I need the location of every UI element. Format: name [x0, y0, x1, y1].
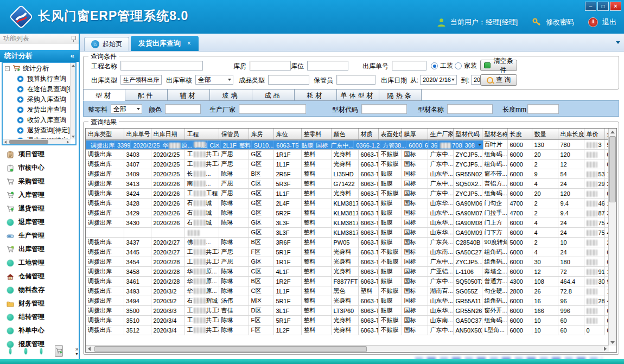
column-header[interactable]: 数量 — [532, 129, 558, 140]
material-tab-1[interactable]: 配件 — [125, 89, 168, 101]
table-row[interactable]: 调拨出库34542020/2/28工共工程严思G区1R1F整料光身料6063-T… — [86, 257, 617, 267]
warehouse-input[interactable] — [250, 61, 291, 71]
cart-group-button[interactable] — [55, 345, 63, 357]
change-password-link[interactable]: 修改密码 — [546, 17, 574, 27]
table-row[interactable]: G区3L3F整料KLM38176063-T5贴膜国标山东华...GA90M09.… — [86, 228, 617, 238]
audit-select[interactable]: 全部 — [195, 75, 233, 85]
manufacturer-input[interactable] — [239, 104, 306, 114]
table-row[interactable]: 调拨出库34302020/2/26石城陈琳G区3L3F整料KLM38176063… — [86, 218, 617, 228]
material-tab-4[interactable]: 成品 — [252, 89, 295, 101]
pin-icon[interactable] — [71, 36, 75, 42]
material-tab-0[interactable]: 型材 — [83, 89, 125, 101]
material-tab-6[interactable]: 单体型材 — [337, 89, 379, 101]
table-horizontal-scrollbar[interactable] — [86, 345, 609, 352]
sidebar-item-machine[interactable]: 生产管理 — [1, 229, 77, 242]
sidebar-item-cart[interactable]: 采购管理 — [1, 175, 77, 188]
tree-item[interactable]: 收货入库查询 — [3, 115, 75, 125]
table-row[interactable]: 调拨出库34242020/2/26工工程严思G区1L1F整料光身料6063-T5… — [86, 189, 617, 199]
hscroll-thumb[interactable] — [94, 346, 367, 352]
table-row[interactable]: 调拨出库34282020/2/26石城陈琳G区2L4F整料KLM38176063… — [86, 199, 617, 208]
table-vertical-scrollbar[interactable] — [608, 129, 616, 346]
group-dot-icon[interactable] — [40, 348, 43, 355]
table-row[interactable]: 调拨出库33992020/2/25华原...严思C区2L1F整料SU10...6… — [86, 140, 483, 150]
table-row[interactable]: 调拨出库34942020/3/2石辉城汤伟M区5R1F整料光身料6063-T5贴… — [86, 296, 617, 306]
tree-item[interactable]: 在途信息查询[待 — [3, 84, 75, 94]
minimize-button[interactable]: – — [585, 2, 596, 11]
table-row[interactable]: 调拨出库34932020/3/2华原...陈琳C区1L1F整料黑色塑料不贴膜国标… — [86, 286, 617, 296]
tab-list-dropdown-icon[interactable] — [616, 41, 620, 44]
collapse-icon[interactable]: « — [71, 50, 74, 62]
sidebar-item-cart-return[interactable]: 退货管理 — [1, 202, 77, 215]
table-row[interactable]: 调拨出库34612020/2/28华原...陈琳B区1R2F整料F8877FT6… — [86, 277, 617, 286]
column-header[interactable]: 膜厚 — [402, 129, 428, 140]
color-input[interactable] — [165, 104, 201, 114]
vscroll-thumb[interactable] — [609, 136, 616, 202]
project-name-input[interactable] — [120, 61, 203, 71]
length-input[interactable] — [527, 104, 559, 114]
table-row[interactable]: 调拨出库34132020/2/26南...严思C区5R3F整料G71422606… — [86, 179, 617, 189]
sidebar-item-circle[interactable]: 工地管理 — [1, 256, 77, 270]
table-row[interactable]: 调拨出库35002020/3/3工共工程曹佳D区3L1F整料LT3P606063… — [86, 306, 617, 316]
column-header[interactable]: 颜色 — [331, 129, 358, 140]
tab-home[interactable]: ⌂ 起始页 — [84, 37, 129, 51]
column-header[interactable]: 型材代码 — [453, 129, 482, 140]
material-tab-3[interactable]: 玻璃 — [210, 89, 252, 101]
table-row[interactable]: 调拨出库34452020/2/27工共工程严思F区5R1F整料光身料6063-T… — [86, 247, 617, 257]
column-header[interactable]: 保管员 — [219, 129, 249, 140]
tree-horizontal-scrollbar[interactable] — [3, 139, 71, 144]
location-input[interactable] — [307, 61, 348, 71]
sidebar-item-folder[interactable]: 财务管理 — [1, 297, 77, 310]
radio-jiazhuang[interactable]: 家装 — [455, 61, 477, 71]
table-row[interactable]: 调拨出库34292020/2/26石城陈琳G区5R2F整料KLM38176063… — [86, 208, 617, 218]
sidebar-section-header[interactable]: 统计分析 « — [0, 50, 79, 62]
profile-name-input[interactable] — [447, 104, 493, 114]
close-button[interactable]: × — [610, 2, 621, 11]
column-header[interactable]: 长度 — [507, 129, 532, 140]
table-row[interactable]: 调拨出库34072020/2/25工共工程严思G区1L1F整料光身料6063-T… — [86, 159, 617, 169]
tree-item[interactable]: 退货查询[待定] — [3, 125, 75, 136]
sidebar-item-circle[interactable]: 结转管理 — [1, 310, 77, 324]
column-header[interactable]: 生产厂家 — [428, 129, 453, 140]
sidebar-item-circle[interactable]: 退库管理 — [1, 215, 77, 229]
column-header[interactable]: 出库单号 — [124, 129, 151, 140]
sidebar-item-cart-in[interactable]: 入库管理 — [1, 188, 77, 202]
column-header[interactable]: 工程 — [184, 129, 219, 140]
out-type-select[interactable]: 生产领料出库 — [120, 75, 162, 85]
table-row[interactable]: 调拨出库35102020/3/4工共工程陈琳F区5R1F整料光身料6063-T5… — [86, 316, 617, 325]
column-header[interactable]: 整零料 — [301, 129, 331, 140]
table-row[interactable]: 调拨出库34032020/2/25工共工程严思G区1R1F整料光身料6063-T… — [86, 150, 617, 159]
sidebar-item-clipboard-check[interactable]: 审核中心 — [1, 161, 77, 175]
profile-code-input[interactable] — [361, 104, 407, 114]
column-header[interactable]: 库位 — [273, 129, 301, 140]
logout-link[interactable]: 退出 — [602, 17, 616, 27]
column-header[interactable]: 出库日期 — [151, 129, 184, 140]
table-row[interactable]: 调拨出库35122020/3/4工共工程陈琳F区1L2F整料光身料6063-T5… — [86, 325, 617, 335]
tab-shipment-outbound-query[interactable]: 发货出库查询 × — [131, 36, 199, 51]
column-header[interactable]: 型材名称 — [482, 129, 507, 140]
group-dot-icon[interactable] — [24, 348, 27, 355]
material-tab-7[interactable]: 隔热条 — [379, 89, 422, 101]
column-header[interactable]: 材质 — [358, 129, 378, 140]
sidebar-item-circle[interactable]: 补单中心 — [1, 324, 77, 337]
tree-expander-icon[interactable] — [5, 66, 10, 71]
clear-conditions-button[interactable]: 清空条件 — [480, 60, 517, 71]
column-header[interactable]: 单价 — [584, 129, 604, 140]
table-row[interactable]: 调拨出库34092020/2/25长...陈琳B区2R5F整料LI35HD606… — [86, 169, 617, 179]
group-dot-icon[interactable] — [9, 348, 12, 355]
column-header[interactable]: 出库类型 — [86, 129, 124, 140]
tree-item[interactable]: 采购入库查询 — [3, 94, 75, 105]
maximize-button[interactable]: □ — [597, 2, 609, 11]
material-tab-5[interactable]: 耗材 — [295, 89, 337, 101]
sidebar-item-cart-out[interactable]: 出库管理 — [1, 242, 77, 256]
tree-root-node[interactable]: 统计分析 — [3, 63, 75, 74]
sidebar-item-clipboard[interactable]: 项目管理 — [1, 148, 77, 161]
material-tab-2[interactable]: 辅材 — [168, 89, 210, 101]
product-type-input[interactable] — [268, 75, 309, 85]
date-from-select[interactable]: 2020/ 2/16 — [420, 75, 457, 85]
sidebar-item-circle[interactable]: 物料盘存 — [1, 283, 77, 297]
sidebar-item-warehouse[interactable]: 仓储管理 — [1, 270, 77, 283]
column-header[interactable]: 表面处理 — [378, 129, 402, 140]
tree-vertical-scrollbar[interactable] — [70, 63, 75, 139]
tree-item[interactable]: 发货出库查询 — [3, 105, 75, 115]
column-header[interactable]: 库房 — [249, 129, 273, 140]
